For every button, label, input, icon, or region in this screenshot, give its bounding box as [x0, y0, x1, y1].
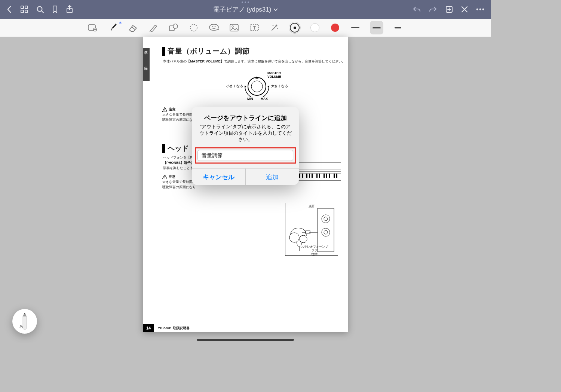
close-draw-button[interactable] [461, 6, 468, 13]
svg-rect-45 [306, 174, 307, 178]
add-outline-dialog: ページをアウトラインに追加 "アウトライン"タブに表示される、このアウトライン項… [192, 107, 299, 185]
multitask-dots-icon[interactable] [242, 1, 249, 3]
svg-point-19 [232, 26, 233, 27]
redo-button[interactable] [429, 6, 438, 13]
page-model: YDP-S31 取扱説明書 [158, 326, 190, 331]
current-color-swatch[interactable] [289, 22, 300, 33]
svg-point-16 [212, 26, 214, 27]
confirm-button[interactable]: 追加 [246, 169, 299, 185]
search-icon[interactable] [36, 5, 44, 13]
svg-point-9 [482, 9, 484, 10]
svg-point-13 [173, 24, 178, 28]
svg-point-8 [479, 9, 481, 10]
text-tool[interactable] [249, 22, 260, 33]
svg-rect-47 [312, 174, 313, 178]
dialog-body: "アウトライン"タブに表示される、このアウトライン項目のタイトルを入力してくださ… [199, 124, 292, 143]
home-indicator[interactable] [197, 339, 294, 341]
volume-knob-figure: MASTER VOLUME 小さくなる 大きくなる MIN MAX [208, 72, 306, 102]
cancel-button[interactable]: キャンセル [192, 169, 246, 185]
grid-apps-icon[interactable] [20, 5, 28, 13]
side-tab: 準 備 [143, 48, 150, 81]
svg-point-59 [324, 230, 328, 234]
section-desc-volume: 本体パネル左の【MASTER VOLUME】で調節します。実際に鍵盤を弾いて音を… [163, 59, 345, 64]
svg-point-24 [251, 81, 263, 92]
document-canvas[interactable]: 準 備 音量（ボリューム）調節 本体パネル左の【MASTER VOLUME】で調… [0, 37, 491, 343]
chevron-down-icon [273, 8, 278, 11]
svg-rect-51 [326, 174, 327, 178]
svg-rect-53 [334, 174, 335, 178]
svg-point-58 [322, 228, 330, 236]
svg-rect-26 [165, 110, 165, 111]
svg-rect-44 [302, 174, 303, 178]
svg-rect-3 [25, 10, 28, 13]
dialog-input-highlight [195, 147, 296, 164]
undo-button[interactable] [412, 6, 421, 13]
svg-rect-2 [21, 10, 24, 13]
magic-tool[interactable] [269, 22, 280, 33]
back-button[interactable] [6, 5, 13, 14]
svg-rect-0 [21, 6, 24, 9]
add-page-button[interactable] [445, 5, 453, 13]
pen-tool[interactable]: ✶ [107, 22, 119, 33]
drawing-toolbar: ✶ [0, 19, 491, 37]
highlighter-tool[interactable] [148, 22, 159, 33]
section-title-headphone: ヘッド [162, 144, 189, 153]
sticker-tool[interactable] [208, 22, 220, 33]
svg-point-17 [215, 26, 216, 27]
scribble-fab[interactable]: あ [12, 309, 37, 334]
document-title-dropdown[interactable]: 電子ピアノ (ydps31) [213, 5, 278, 14]
eraser-tool[interactable] [128, 22, 139, 33]
svg-point-61 [289, 233, 299, 242]
stroke-thick[interactable] [392, 22, 404, 33]
svg-rect-49 [319, 174, 320, 178]
svg-rect-28 [165, 178, 165, 178]
svg-rect-46 [309, 174, 310, 178]
shapes-tool[interactable] [168, 22, 179, 33]
color-red-swatch[interactable] [329, 22, 341, 33]
zoom-box-tool[interactable] [87, 22, 98, 33]
svg-rect-52 [329, 174, 330, 178]
svg-point-62 [300, 235, 307, 243]
svg-rect-43 [299, 174, 300, 178]
svg-point-7 [476, 9, 478, 10]
stroke-medium-selected[interactable] [370, 21, 383, 34]
svg-point-14 [190, 24, 197, 31]
share-icon[interactable] [66, 5, 73, 14]
svg-rect-27 [165, 176, 165, 177]
outline-title-input[interactable] [197, 150, 293, 161]
scribble-language-badge: あ [19, 324, 23, 329]
svg-rect-50 [324, 174, 325, 178]
svg-rect-15 [209, 24, 218, 30]
page-number: 14 [143, 324, 154, 332]
caution-block-2: 注意 大きな音量で長時間ヘ 聴覚障害の原因になり [162, 174, 196, 190]
lasso-tool[interactable] [188, 22, 199, 33]
svg-point-56 [322, 215, 330, 223]
page-footer: 14 YDP-S31 取扱説明書 [143, 324, 190, 332]
document-title: 電子ピアノ (ydps31) [213, 5, 272, 14]
color-white-swatch[interactable] [309, 22, 321, 33]
more-button[interactable] [476, 8, 485, 10]
svg-point-23 [248, 77, 266, 95]
stroke-thin[interactable] [350, 22, 361, 33]
bluetooth-icon: ✶ [119, 21, 122, 25]
svg-point-21 [273, 25, 274, 26]
svg-rect-54 [336, 174, 337, 178]
section-title-volume: 音量（ボリューム）調節 [162, 46, 250, 56]
section-body-headphone: ヘッドフォンを【P 【PHONES】端子は 演奏を楽しむことも [163, 155, 194, 171]
app-titlebar: 電子ピアノ (ydps31) [0, 0, 491, 19]
svg-rect-1 [25, 6, 28, 9]
svg-rect-48 [316, 174, 318, 178]
svg-point-22 [277, 28, 278, 29]
dialog-title: ページをアウトラインに追加 [198, 114, 293, 122]
svg-point-57 [324, 217, 328, 221]
svg-rect-25 [165, 108, 165, 110]
image-tool[interactable] [229, 22, 240, 33]
bookmark-icon[interactable] [52, 5, 58, 13]
headphone-caption: ステレオフォーンプラグ (標準) [301, 245, 328, 256]
